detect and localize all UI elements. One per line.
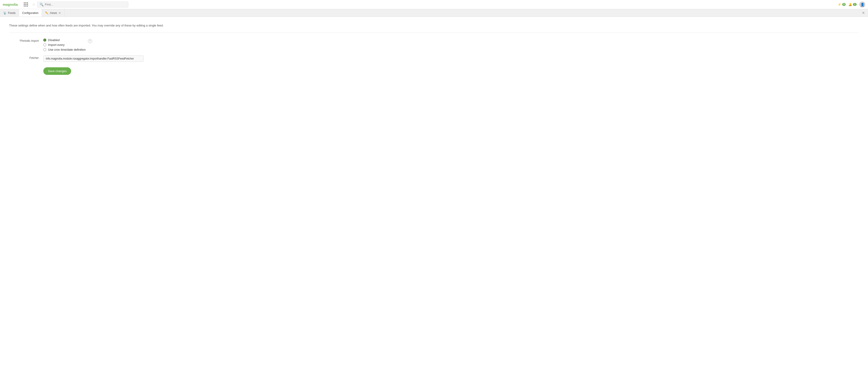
notification-badge: 1: [853, 3, 857, 6]
radio-option-cron[interactable]: Use cron time/date definition: [43, 48, 86, 51]
tab-configuration-label: Configuration: [22, 11, 38, 15]
radio-import-every[interactable]: [43, 44, 46, 46]
radio-option-disabled[interactable]: Disabled: [43, 38, 86, 42]
search-bar[interactable]: 🔍: [37, 2, 128, 7]
tab-news-close-icon[interactable]: ✕: [58, 11, 61, 15]
pulse-button[interactable]: ⚡ 0: [838, 3, 846, 6]
tab-configuration[interactable]: Configuration: [19, 9, 42, 17]
pulse-icon: ⚡: [838, 3, 841, 6]
search-input[interactable]: [45, 3, 126, 6]
edit-icon: ✏️: [45, 11, 49, 15]
tabs-bar-close-icon[interactable]: ✕: [859, 11, 868, 15]
fetcher-input[interactable]: [43, 55, 144, 62]
periodic-import-field: Disabled Import every Use cron time/date…: [43, 38, 92, 51]
form-section: *Periodic import Disabled Import every U…: [9, 38, 169, 75]
tabs-bar: 📡 Feeds Configuration ✏️ /news ✕ ✕: [0, 9, 868, 17]
radio-disabled[interactable]: [43, 38, 46, 41]
notifications-button[interactable]: 🔔 1: [848, 3, 857, 6]
logo: magnolia: [3, 2, 18, 6]
search-icon: 🔍: [40, 3, 43, 6]
tab-news[interactable]: ✏️ /news ✕: [42, 9, 64, 17]
radio-option-import-every[interactable]: Import every: [43, 43, 86, 47]
radio-import-every-label: Import every: [48, 43, 64, 47]
save-button-container: Save changes: [43, 66, 71, 75]
tab-feeds[interactable]: 📡 Feeds: [0, 9, 19, 17]
topbar: magnolia ☆ 🔍 ⚡ 0 🔔 1 👤: [0, 0, 868, 9]
tab-feeds-label: Feeds: [8, 11, 16, 15]
radio-group-periodic-import: Disabled Import every Use cron time/date…: [43, 38, 86, 51]
favorites-star-icon[interactable]: ☆: [32, 2, 35, 7]
topbar-right: ⚡ 0 🔔 1 👤: [838, 2, 865, 7]
help-icon[interactable]: ?: [88, 39, 92, 43]
fetcher-row: Fetcher: [9, 55, 169, 62]
save-row: Save changes: [9, 66, 169, 75]
bell-icon: 🔔: [848, 3, 852, 6]
radio-cron-label: Use cron time/date definition: [48, 48, 86, 51]
periodic-import-row: *Periodic import Disabled Import every U…: [9, 38, 169, 51]
apps-grid-icon[interactable]: [24, 2, 28, 7]
main-content: These settings define when and how often…: [0, 17, 868, 82]
radio-disabled-label: Disabled: [48, 38, 60, 42]
rss-icon: 📡: [3, 11, 7, 15]
fetcher-controls: [43, 55, 169, 62]
periodic-import-label: *Periodic import: [9, 38, 39, 43]
pulse-badge: 0: [842, 3, 846, 6]
tab-news-label: /news: [50, 11, 57, 15]
page-description: These settings define when and how often…: [9, 24, 859, 27]
save-label-spacer: [9, 66, 39, 67]
radio-cron[interactable]: [43, 48, 46, 51]
user-avatar[interactable]: 👤: [859, 2, 865, 7]
save-changes-button[interactable]: Save changes: [43, 67, 71, 75]
fetcher-label: Fetcher: [9, 55, 39, 60]
logo-text: magnolia: [3, 2, 18, 6]
